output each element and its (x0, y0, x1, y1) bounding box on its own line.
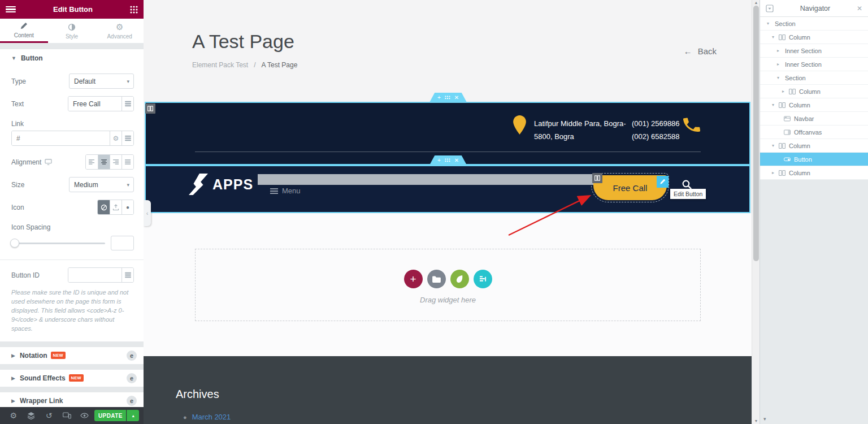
caret-right-icon[interactable]: ▸ (777, 48, 784, 53)
text-input[interactable] (68, 97, 121, 111)
dynamic-tags-icon[interactable] (121, 97, 133, 111)
column-drag-handle[interactable] (145, 103, 155, 114)
dynamic-tags-icon[interactable] (121, 268, 133, 282)
scrollbar-thumb[interactable] (753, 6, 759, 261)
slider-knob[interactable] (10, 239, 19, 248)
caret-down-icon[interactable]: ▾ (772, 102, 779, 107)
navigator-layers-icon[interactable] (22, 407, 40, 424)
icon-spacing-value-input[interactable] (111, 236, 134, 250)
navigator-item-column[interactable]: ▾Column (760, 31, 868, 44)
link-input[interactable] (12, 131, 110, 145)
panel-tabs: Content Style ⚙ Advanced (0, 19, 144, 44)
accordion-wrapper-link[interactable]: ▶ Wrapper Link e (0, 392, 144, 407)
navigator-item-label: Section (775, 20, 796, 27)
icon-spacing-slider[interactable] (11, 243, 105, 244)
icon-circle-button[interactable]: ● (121, 200, 133, 214)
site-logo[interactable]: APPS (189, 173, 253, 196)
caret-down-icon[interactable]: ▾ (772, 34, 779, 40)
widget-drag-handle[interactable] (592, 173, 602, 183)
address-text: Latifpur Middle Para, Bogra- 5800, Bogra (534, 117, 626, 143)
navigator-item-inner-section[interactable]: ▸Inner Section (760, 58, 868, 71)
dock-icon[interactable] (766, 5, 774, 12)
navigator-item-column[interactable]: ▸Column (760, 166, 868, 180)
add-section-icon[interactable]: + (437, 158, 441, 163)
align-justify-button[interactable] (121, 155, 133, 169)
dynamic-tags-icon[interactable] (121, 131, 133, 145)
responsive-mode-icon[interactable] (58, 407, 75, 424)
history-icon[interactable]: ↺ (40, 407, 58, 424)
arrow-left-icon: ← (684, 46, 692, 56)
caret-right-icon[interactable]: ▸ (782, 89, 789, 94)
navigator-item-column[interactable]: ▾Column (760, 98, 868, 112)
caret-down-icon[interactable]: ▾ (772, 143, 779, 148)
caret-right-icon[interactable]: ▸ (772, 170, 779, 175)
template-folder-button[interactable] (427, 270, 446, 288)
contrast-icon (68, 23, 76, 32)
navigator-item-section[interactable]: ▾Section (760, 17, 868, 31)
caret-down-icon[interactable]: ▾ (777, 75, 784, 80)
accordion-notation[interactable]: ▶ Notation NEW e (0, 347, 144, 364)
update-button[interactable]: UPDATE (94, 410, 126, 421)
navigator-item-navbar[interactable]: Navbar (760, 112, 868, 126)
caret-right-icon[interactable]: ▸ (777, 62, 784, 67)
breadcrumb: Element Pack Test / A Test Page (192, 61, 297, 69)
navbar-icon (784, 115, 793, 122)
breadcrumb-current: A Test Page (262, 61, 298, 69)
widgets-grid-icon[interactable] (130, 6, 138, 14)
caret-right-icon: ▶ (11, 375, 15, 381)
navigator-item-section[interactable]: ▾Section (760, 71, 868, 85)
template-library-button[interactable] (474, 270, 492, 288)
tab-style[interactable]: Style (48, 19, 96, 43)
button-id-label: Button ID (11, 271, 40, 279)
add-section-icon[interactable]: + (437, 95, 441, 101)
menu-toggle[interactable]: Menu (270, 187, 301, 195)
accordion-sound-effects[interactable]: ▶ Sound Effects NEW e (0, 370, 144, 387)
delete-section-icon[interactable]: ✕ (454, 95, 459, 101)
archive-list-item: ●March 2021 (183, 413, 231, 421)
update-options-caret[interactable]: ▲ (127, 410, 139, 421)
navigator-item-label: Navbar (794, 115, 814, 122)
align-right-button[interactable] (110, 155, 121, 169)
button-id-input[interactable] (68, 268, 121, 282)
preview-eye-icon[interactable] (76, 407, 93, 424)
free-call-button[interactable]: Free Call (593, 175, 667, 200)
envato-leaf-button[interactable] (450, 270, 469, 288)
type-select[interactable]: Default (69, 73, 134, 89)
align-center-button[interactable] (98, 155, 110, 169)
archive-link[interactable]: March 2021 (192, 413, 231, 421)
align-left-button[interactable] (86, 155, 98, 169)
breadcrumb-root[interactable]: Element Pack Test (192, 61, 248, 69)
navigator-item-inner-section[interactable]: ▸Inner Section (760, 44, 868, 58)
panel-menu-icon[interactable] (6, 6, 16, 13)
drop-widget-area[interactable]: + Drag widget here (195, 249, 701, 321)
add-section-button[interactable]: + (404, 270, 423, 288)
navigator-item-offcanvas[interactable]: Offcanvas (760, 126, 868, 139)
navigator-item-column[interactable]: ▸Column (760, 85, 868, 98)
scroll-up-arrow[interactable]: ▲ (752, 0, 760, 6)
icon-none-button[interactable] (98, 200, 110, 214)
responsive-monitor-icon[interactable] (45, 159, 52, 165)
icon-upload-button[interactable] (110, 200, 121, 214)
scroll-down-arrow[interactable]: ▼ (752, 418, 760, 424)
column-icon (779, 142, 788, 149)
size-select[interactable]: Medium (69, 177, 134, 192)
tab-content[interactable]: Content (0, 19, 48, 43)
panel-collapse-handle[interactable]: ‹ (144, 200, 151, 226)
caret-down-icon[interactable]: ▾ (767, 21, 774, 26)
link-options-gear-icon[interactable]: ⚙ (110, 131, 121, 145)
back-button[interactable]: ← Back (684, 46, 717, 56)
drag-section-icon[interactable] (445, 96, 450, 99)
drag-section-icon[interactable] (445, 158, 450, 162)
navigator-panel: Navigator ✕ ▾Section▾Column▸Inner Sectio… (760, 0, 868, 424)
settings-gear-icon[interactable]: ⚙ (5, 407, 22, 424)
tab-advanced[interactable]: ⚙ Advanced (96, 19, 144, 43)
navigator-item-label: Column (789, 170, 810, 176)
navigator-item-column[interactable]: ▾Column (760, 139, 868, 153)
navigator-resize-chevron[interactable]: ▾ (763, 416, 766, 422)
navigator-item-button[interactable]: Button (760, 153, 868, 166)
accordion-button[interactable]: ▼ Button (0, 49, 144, 66)
edit-widget-pencil-icon[interactable] (657, 176, 669, 188)
close-icon[interactable]: ✕ (857, 5, 862, 12)
delete-section-icon[interactable]: ✕ (454, 158, 459, 163)
navigator-item-label: Inner Section (785, 61, 822, 68)
